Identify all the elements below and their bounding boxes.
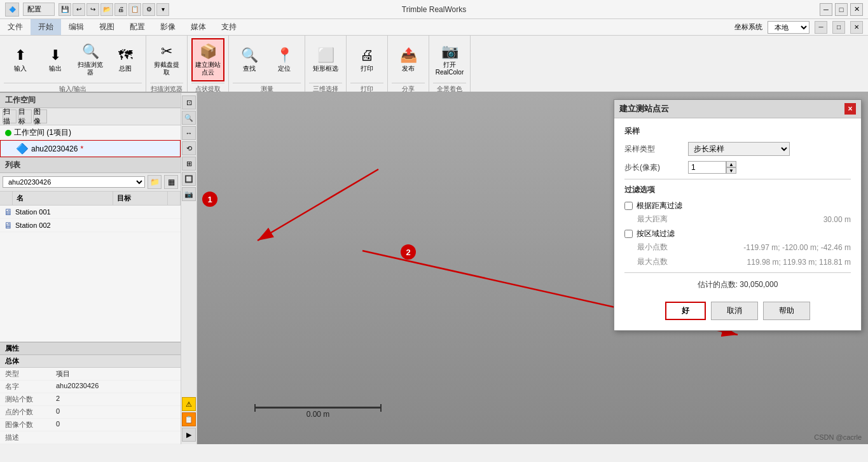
dialog-close-button[interactable]: × xyxy=(844,103,856,115)
viewport[interactable]: 0.00 m Station 002 1 xyxy=(197,93,868,444)
config-dropdown[interactable]: 配置 xyxy=(23,3,55,16)
ribbon-group-station-label: 点状提取 xyxy=(191,83,224,94)
print-icon[interactable]: 🖨 xyxy=(114,3,127,16)
menu-image[interactable]: 影像 xyxy=(153,19,183,35)
properties-title: 属性 xyxy=(0,342,181,355)
overview-label: 总图 xyxy=(119,65,132,73)
ribbon-btn-realcolor[interactable]: 📷 打开RealColor xyxy=(433,38,466,81)
menu-media[interactable]: 媒体 xyxy=(183,19,214,35)
close-button[interactable]: ✕ xyxy=(850,3,863,16)
ribbon-group-realcolor-label: 全景着色 xyxy=(433,83,466,94)
ribbon-btn-station-cloud[interactable]: 📦 建立测站点云 xyxy=(191,38,224,81)
list-title: 列表 xyxy=(0,158,181,173)
coord-system-select[interactable]: 本地 xyxy=(768,21,809,34)
ribbon-btn-rect-select[interactable]: ⬜ 矩形框选 xyxy=(309,38,342,81)
extra2-icon[interactable]: ⚙ xyxy=(142,3,155,16)
dialog-filter-region-label: 按区域过滤 xyxy=(637,228,675,239)
vertical-toolbar: ⊡ 🔍 ↔ ⟲ ⊞ 🔲 📷 ⚠ 📋 ▶ xyxy=(181,93,197,444)
ribbon-group-realcolor: 📷 打开RealColor 全景着色 xyxy=(429,36,471,92)
menu-edit[interactable]: 编辑 xyxy=(61,19,92,35)
ribbon-btn-search[interactable]: 🔍 查找 xyxy=(233,38,266,81)
menu-support[interactable]: 支持 xyxy=(214,19,244,35)
vt-btn-expand[interactable]: ▶ xyxy=(182,428,196,442)
prop-value-stations: 2 xyxy=(56,395,176,404)
ribbon-group-scan-label: 扫描浏览器 xyxy=(150,83,183,94)
ribbon-btn-overview[interactable]: 🗺 总图 xyxy=(109,38,142,81)
vt-btn-5[interactable]: ⊞ xyxy=(182,157,196,171)
ribbon-group-share: 📤 发布 分享 xyxy=(388,36,429,92)
workspace-panel: 工作空间 扫描 目标 图像 工作空间 (1项目) 🔷 ahu20230426 * xyxy=(0,93,181,158)
ribbon-btn-cut[interactable]: ✂ 剪截盘提取 xyxy=(150,38,183,81)
ribbon-group-3d-buttons: ⬜ 矩形框选 xyxy=(309,38,342,81)
list-grid-btn[interactable]: ▦ xyxy=(164,175,178,189)
dialog-step-input[interactable] xyxy=(688,161,726,174)
dialog-divider-1 xyxy=(624,179,851,179)
vt-btn-orange[interactable]: 📋 xyxy=(182,412,196,426)
dialog-ok-button[interactable]: 好 xyxy=(665,302,706,320)
ribbon-group-realcolor-buttons: 📷 打开RealColor xyxy=(433,38,466,81)
workspace-image-tab[interactable]: 图像 xyxy=(33,109,47,123)
vt-btn-4[interactable]: ⟲ xyxy=(182,141,196,155)
dialog-cancel-button[interactable]: 取消 xyxy=(711,302,758,320)
save-icon[interactable]: 💾 xyxy=(59,3,71,16)
maximize-button[interactable]: □ xyxy=(835,3,848,16)
dialog-help-button[interactable]: 帮助 xyxy=(763,302,810,320)
menu-config[interactable]: 配置 xyxy=(122,19,153,35)
tree-child-item[interactable]: 🔷 ahu20230426 * xyxy=(0,140,181,157)
coord-minimize-icon[interactable]: ─ xyxy=(815,21,827,34)
window-controls: ─ □ ✕ xyxy=(820,3,863,16)
ribbon-btn-publish[interactable]: 📤 发布 xyxy=(392,38,425,81)
vt-btn-yellow[interactable]: ⚠ xyxy=(182,397,196,411)
ribbon-btn-print[interactable]: 🖨 打印 xyxy=(350,38,383,81)
menu-view[interactable]: 视图 xyxy=(92,19,122,35)
dialog-filter-region-checkbox[interactable] xyxy=(624,230,633,238)
workspace-target-tab[interactable]: 目标 xyxy=(18,109,32,123)
vt-btn-2[interactable]: 🔍 xyxy=(182,111,196,125)
print-ribbon-icon: 🖨 xyxy=(360,47,374,64)
ribbon-btn-output[interactable]: ⬇ 输出 xyxy=(39,38,72,81)
print-ribbon-label: 打印 xyxy=(361,65,373,73)
coord-close-icon[interactable]: ✕ xyxy=(850,21,863,34)
workspace-toolbar: 扫描 目标 图像 xyxy=(0,108,181,125)
input-label: 输入 xyxy=(14,65,27,73)
list-project-select[interactable]: ahu20230426 xyxy=(3,176,145,188)
vt-btn-3[interactable]: ↔ xyxy=(182,126,196,140)
list-item-station002[interactable]: 🖥 Station 002 xyxy=(0,219,181,232)
ribbon-group-print-label: 打印 xyxy=(350,83,383,94)
list-folder-btn[interactable]: 📁 xyxy=(148,175,162,189)
menu-file[interactable]: 文件 xyxy=(0,19,31,35)
spinner-up-btn[interactable]: ▲ xyxy=(726,161,736,167)
dialog-estimate: 估计的点数: 30,050,000 xyxy=(624,279,851,290)
dialog-spinner-btns: ▲ ▼ xyxy=(726,161,736,174)
dialog-filter-distance-checkbox[interactable] xyxy=(624,202,633,210)
undo-icon[interactable]: ↩ xyxy=(72,3,85,16)
viewport-content: 0.00 m Station 002 1 xyxy=(197,93,868,444)
open-icon[interactable]: 📂 xyxy=(100,3,113,16)
prop-value-points: 0 xyxy=(56,407,176,417)
dialog-select-sampling-type[interactable]: 步长采样 xyxy=(688,142,790,156)
dropdown-icon[interactable]: ▾ xyxy=(156,3,169,16)
extra1-icon[interactable]: 📋 xyxy=(128,3,141,16)
spinner-down-btn[interactable]: ▼ xyxy=(726,167,736,174)
list-item-station001[interactable]: 🖥 Station 001 xyxy=(0,206,181,219)
menu-start[interactable]: 开始 xyxy=(31,19,61,35)
dialog-station-cloud[interactable]: 建立测站点云 × 采样 采样类型 步长采样 步长(像素) xyxy=(614,99,862,331)
ribbon-btn-scanner[interactable]: 🔍 扫描浏览器 xyxy=(74,38,107,81)
publish-label: 发布 xyxy=(402,65,415,73)
workspace-scan-tab[interactable]: 扫描 xyxy=(3,109,17,123)
minimize-button[interactable]: ─ xyxy=(820,3,832,16)
ribbon-btn-locate[interactable]: 📍 定位 xyxy=(268,38,301,81)
dialog-max-points-label: 最大点数 xyxy=(637,256,688,267)
scale-line xyxy=(254,407,382,409)
redo-icon[interactable]: ↪ xyxy=(86,3,99,16)
prop-row-name: 名字 ahu20230426 xyxy=(0,381,181,393)
coord-restore-icon[interactable]: □ xyxy=(832,21,845,34)
vt-btn-1[interactable]: ⊡ xyxy=(182,95,196,109)
green-dot-icon xyxy=(5,130,11,136)
ribbon-btn-input[interactable]: ⬆ 输入 xyxy=(4,38,37,81)
coord-system-label: 坐标系统 xyxy=(734,22,762,32)
vt-btn-6[interactable]: 🔲 xyxy=(182,172,196,186)
prop-row-desc: 描述 xyxy=(0,431,181,444)
ribbon-group-station: 📦 建立测站点云 点状提取 xyxy=(188,36,229,92)
vt-btn-7[interactable]: 📷 xyxy=(182,187,196,201)
